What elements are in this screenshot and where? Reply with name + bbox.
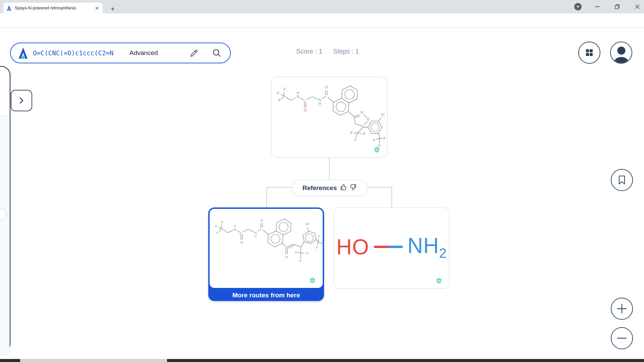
spaya-favicon (6, 5, 12, 11)
more-routes-button[interactable]: More routes from here (208, 292, 324, 299)
add-to-basket-button[interactable] (309, 277, 316, 285)
horizontal-scrollbar-thumb[interactable] (20, 359, 167, 362)
score-value: Score : 1 (296, 48, 322, 55)
svg-text:H: H (297, 91, 299, 95)
advanced-mode-label[interactable]: Advanced (129, 49, 158, 57)
add-to-basket-button[interactable] (435, 277, 442, 285)
thumbs-down-button[interactable] (350, 184, 357, 192)
svg-text:F: F (216, 231, 218, 235)
person-icon (611, 43, 632, 63)
target-molecule-structure: FFFHNONHONOFFFClFFF (274, 79, 385, 154)
svg-text:F: F (215, 224, 217, 228)
svg-text:H: H (254, 234, 257, 238)
svg-text:F: F (295, 250, 297, 254)
svg-text:F: F (221, 221, 223, 224)
chevron-right-icon (18, 97, 24, 104)
svg-text:N: N (233, 228, 236, 231)
svg-text:F: F (284, 87, 286, 91)
svg-text:F: F (354, 138, 356, 142)
ho-nh2-bond (374, 246, 403, 248)
plus-icon (616, 303, 628, 314)
connector-line (266, 187, 267, 207)
precursor-molecule-canvas[interactable]: FFFHNONHOOFFFClFFF (210, 209, 323, 288)
svg-text:N: N (319, 98, 321, 102)
tab-title: Spaya AI-powered retrosynthesis (15, 6, 86, 10)
connector-line (329, 158, 330, 180)
drawer-side-panel (0, 116, 10, 355)
edit-pencil-icon[interactable] (189, 48, 199, 58)
svg-text:F: F (318, 234, 320, 238)
spaya-app-page: O=C(CNC(=O)c1ccc(C2=N Advanced Score : 1… (0, 28, 644, 362)
svg-text:Cl: Cl (381, 113, 384, 117)
bookmark-route-button[interactable] (611, 169, 633, 191)
svg-text:O: O (325, 85, 328, 89)
svg-text:H: H (319, 102, 321, 106)
svg-text:O: O (285, 255, 288, 259)
screen: Spaya AI-powered retrosynthesis ✕ + (0, 0, 644, 362)
svg-text:F: F (351, 131, 353, 135)
svg-text:F: F (373, 138, 375, 142)
svg-text:F: F (316, 246, 318, 249)
ho-label: HO (336, 235, 369, 259)
bookmark-icon (618, 175, 626, 185)
svg-text:O: O (367, 117, 370, 121)
thumbs-up-button[interactable] (340, 184, 347, 192)
svg-text:F: F (383, 136, 385, 140)
svg-text:O: O (261, 219, 263, 222)
connector-line (266, 187, 292, 188)
svg-text:F: F (321, 241, 323, 245)
account-button[interactable] (610, 42, 632, 64)
browser-toolbar: spaya.ai/app/retro/O%3DC(CNC(%3DO)c1ccc(… (0, 13, 644, 28)
svg-text:F: F (278, 98, 280, 102)
svg-text:O: O (240, 240, 243, 244)
grid-icon (585, 48, 594, 57)
connector-line (367, 187, 392, 188)
svg-text:H: H (233, 224, 236, 228)
svg-text:N: N (254, 231, 257, 234)
target-molecule-card[interactable]: FFFHNONHONOFFFClFFF (271, 77, 387, 158)
minus-icon (616, 333, 628, 344)
window-minimize-button[interactable] (590, 0, 604, 13)
zoom-out-button[interactable] (611, 327, 633, 349)
precursor-molecule-structure: FFFHNONHOOFFFClFFF (212, 211, 323, 287)
window-restore-button[interactable] (610, 0, 624, 13)
expand-drawer-button[interactable] (11, 90, 32, 111)
smiles-input[interactable]: O=C(CNC(=O)c1ccc(C2=N (33, 49, 117, 57)
svg-text:F: F (300, 259, 302, 263)
svg-text:F: F (307, 251, 309, 255)
hydroxylamine-card[interactable]: HO NH2 (334, 207, 449, 289)
references-label: References (303, 184, 337, 192)
search-icon[interactable] (212, 48, 221, 58)
connector-line (391, 187, 392, 207)
route-stats: Score : 1 Steps : 1 (296, 48, 359, 55)
steps-value: Steps : 1 (333, 48, 359, 55)
apps-grid-button[interactable] (578, 42, 600, 64)
svg-text:F: F (277, 91, 279, 95)
references-node[interactable]: References (292, 180, 367, 196)
window-close-button[interactable] (631, 0, 644, 13)
new-tab-button[interactable]: + (108, 4, 117, 14)
horizontal-scrollbar[interactable] (0, 359, 644, 362)
svg-text:N: N (361, 110, 363, 114)
nh2-label: NH2 (408, 233, 447, 261)
zoom-in-button[interactable] (611, 298, 633, 320)
spaya-logo-icon (17, 47, 30, 59)
svg-text:Cl: Cl (306, 222, 309, 226)
svg-text:F: F (363, 132, 365, 136)
chrome-profile-badge-icon[interactable] (574, 3, 582, 10)
hydroxylamine-structure: HO NH2 (336, 233, 447, 261)
svg-text:N: N (297, 95, 299, 99)
tab-close-icon[interactable]: ✕ (94, 5, 100, 11)
smiles-search-box[interactable]: O=C(CNC(=O)c1ccc(C2=N Advanced (10, 43, 231, 63)
browser-titlebar: Spaya AI-powered retrosynthesis ✕ + (0, 0, 644, 13)
svg-text:O: O (304, 108, 307, 112)
browser-tab[interactable]: Spaya AI-powered retrosynthesis ✕ (3, 3, 103, 13)
precursor-molecule-card-selected[interactable]: FFFHNONHOOFFFClFFF More routes from here (208, 207, 324, 301)
add-to-basket-button[interactable] (373, 146, 380, 154)
